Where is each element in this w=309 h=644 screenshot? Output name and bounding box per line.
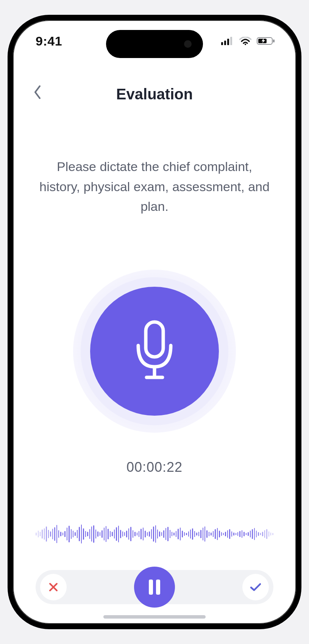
screen: Evaluation Please dictate the chief comp…: [13, 20, 296, 624]
waveform-bar: [206, 530, 207, 538]
waveform-bar: [211, 532, 211, 536]
waveform-bar: [203, 528, 203, 540]
waveform-bar: [140, 529, 141, 539]
waveform-bar: [108, 529, 108, 539]
waveform-bar: [173, 532, 174, 536]
waveform-bar: [79, 527, 80, 541]
controls-area: [13, 570, 296, 604]
waveform-bar: [75, 532, 75, 536]
waveform-bar: [62, 532, 63, 536]
waveform-bar: [48, 530, 49, 538]
waveform-bar: [180, 528, 181, 540]
waveform-bar: [106, 526, 106, 542]
cancel-button[interactable]: [40, 574, 67, 600]
waveform-bar: [209, 532, 209, 536]
pause-icon: [147, 579, 162, 595]
waveform-bar: [112, 532, 112, 536]
waveform-bar: [215, 529, 215, 539]
waveform-bar: [176, 531, 176, 537]
waveform-bar: [213, 531, 214, 537]
waveform-bar: [38, 531, 39, 537]
waveform-bar: [60, 532, 61, 536]
waveform-bar: [260, 533, 261, 535]
waveform-bar: [124, 532, 125, 536]
waveform-bar: [229, 529, 230, 539]
instruction-text: Please dictate the chief complaint, hist…: [13, 157, 296, 217]
waveform-bar: [200, 530, 201, 538]
waveform-bar: [198, 532, 199, 536]
waveform-bar: [165, 528, 166, 540]
waveform: [13, 521, 296, 547]
waveform-bar: [194, 531, 195, 537]
waveform-bar: [67, 528, 67, 540]
svg-rect-6: [273, 39, 275, 42]
svg-rect-8: [146, 322, 163, 357]
pause-button[interactable]: [134, 567, 175, 608]
waveform-bar: [44, 528, 45, 540]
waveform-bar: [243, 532, 244, 536]
waveform-bar: [147, 532, 148, 536]
waveform-bar: [145, 531, 145, 537]
status-indicators: [221, 37, 276, 45]
waveform-bar: [126, 531, 127, 537]
waveform-bar: [133, 530, 133, 538]
waveform-bar: [116, 527, 117, 541]
waveform-bar: [36, 532, 36, 536]
waveform-bar: [52, 529, 53, 539]
waveform-bar: [159, 531, 160, 537]
waveform-bar: [239, 531, 240, 537]
waveform-bar: [81, 525, 82, 543]
mic-glow-outer: [73, 270, 236, 433]
waveform-bar: [69, 526, 69, 542]
waveform-bar: [64, 531, 65, 537]
waveform-bar: [231, 531, 232, 537]
waveform-bar: [89, 529, 90, 539]
waveform-bar: [258, 532, 259, 536]
waveform-bar: [256, 531, 257, 537]
mic-glow-inner: [81, 277, 228, 425]
waveform-bar: [155, 525, 156, 543]
mic-area: [13, 270, 296, 433]
waveform-bar: [248, 532, 248, 536]
waveform-bar: [254, 528, 255, 540]
waveform-bar: [167, 527, 168, 541]
waveform-bar: [134, 532, 135, 536]
record-button[interactable]: [90, 287, 219, 416]
waveform-bar: [192, 528, 193, 540]
status-time: 9:41: [36, 34, 62, 49]
waveform-bar: [186, 533, 187, 535]
waveform-bar: [101, 530, 102, 538]
waveform-bar: [204, 526, 205, 542]
waveform-bar: [110, 531, 111, 537]
battery-icon: [257, 37, 276, 45]
waveform-bar: [50, 531, 51, 537]
waveform-bar: [223, 533, 224, 535]
waveform-bar: [151, 529, 152, 539]
waveform-bar: [87, 532, 88, 536]
waveform-bar: [85, 531, 86, 537]
waveform-bar: [264, 530, 265, 538]
waveform-bar: [268, 531, 269, 537]
confirm-button[interactable]: [242, 574, 269, 600]
waveform-bar: [182, 531, 183, 537]
waveform-bar: [225, 532, 226, 536]
waveform-bar: [184, 532, 185, 536]
waveform-bar: [250, 531, 251, 537]
svg-rect-2: [227, 39, 229, 45]
waveform-bar: [58, 530, 59, 538]
waveform-bar: [114, 529, 115, 539]
waveform-bar: [77, 530, 78, 538]
home-indicator[interactable]: [103, 615, 206, 619]
svg-rect-11: [149, 580, 153, 595]
back-button[interactable]: [28, 83, 47, 102]
waveform-bar: [93, 525, 94, 543]
chevron-left-icon: [33, 85, 42, 100]
waveform-bar: [188, 531, 189, 537]
waveform-bar: [242, 530, 242, 538]
waveform-bar: [161, 532, 162, 536]
waveform-bar: [190, 529, 191, 539]
waveform-bar: [172, 532, 172, 536]
waveform-bar: [71, 529, 72, 539]
waveform-bar: [104, 528, 105, 540]
wifi-icon: [239, 37, 251, 45]
